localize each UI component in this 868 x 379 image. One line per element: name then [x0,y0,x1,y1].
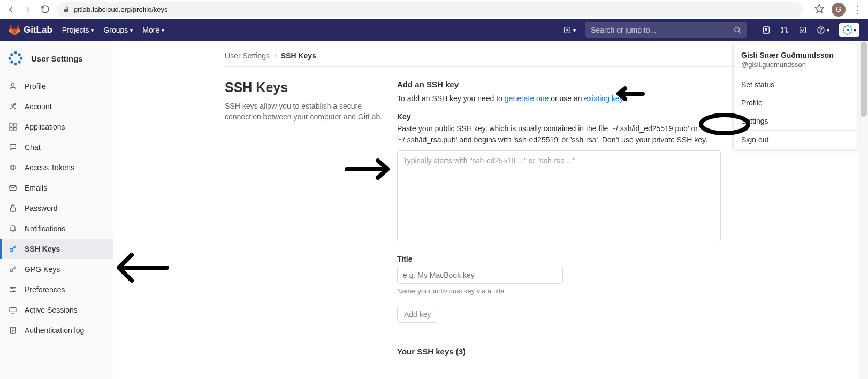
svg-point-31 [10,269,13,271]
lock-icon [63,6,70,13]
bookmark-star-icon[interactable] [814,4,824,15]
merge-requests-icon[interactable] [780,26,789,34]
forward-button[interactable] [22,4,33,15]
plus-icon [564,26,571,34]
sidebar-item-emails[interactable]: Emails [0,178,113,198]
svg-point-19 [11,84,14,86]
sidebar-item-gpg-keys[interactable]: GPG Keys [0,259,113,279]
svg-point-13 [9,57,11,59]
sidebar-item-profile[interactable]: Profile [0,76,113,96]
svg-point-11 [14,51,17,54]
key-textarea[interactable] [397,150,721,241]
lock-icon [9,204,17,213]
sidebar-item-label: Notifications [25,224,65,233]
chevron-down-icon: ▾ [91,27,94,33]
title-hint: Name your individual key via a title [397,287,729,295]
sidebar-item-notifications[interactable]: Notifications [0,218,113,239]
scrollbar[interactable] [859,41,868,379]
search-icon [734,26,742,34]
sidebar-item-preferences[interactable]: Preferences [0,279,113,300]
chat-icon [9,143,17,151]
annotation-circle [699,112,752,138]
svg-point-35 [13,291,15,292]
token-icon [9,163,17,172]
key-help: Paste your public SSH key, which is usua… [397,123,729,145]
add-key-text: To add an SSH key you need to generate o… [397,93,729,104]
issues-icon[interactable] [762,26,771,34]
sidebar: User Settings ProfileAccountApplications… [0,41,113,379]
sidebar-title: User Settings [31,54,83,63]
chevron-down-icon: ▾ [854,27,856,33]
svg-rect-25 [13,127,16,130]
sidebar-item-label: Password [25,204,57,213]
nav-more[interactable]: More▾ [142,26,164,34]
sidebar-item-active-sessions[interactable]: Active Sessions [0,300,113,320]
chevron-down-icon: ▾ [827,27,829,33]
svg-point-5 [782,27,783,29]
svg-point-16 [18,53,20,56]
svg-point-18 [18,60,20,63]
reload-button[interactable] [40,4,50,15]
sidebar-item-access-tokens[interactable]: Access Tokens [0,157,113,178]
sidebar-item-applications[interactable]: Applications [0,117,113,137]
svg-point-27 [12,166,14,170]
apps-icon [9,123,17,131]
browser-menu-icon[interactable]: ⋮ [853,4,863,16]
settings-gear-icon [6,49,25,67]
brand-name: GitLab [24,25,52,35]
menu-set-status[interactable]: Set status [734,75,857,94]
svg-rect-29 [10,208,15,211]
back-button[interactable] [5,4,16,15]
search-placeholder: Search or jump to... [591,26,656,34]
user-icon [9,82,17,90]
gitlab-logo[interactable]: GitLab [9,24,52,36]
search-input[interactable]: Search or jump to... [585,22,747,38]
chevron-down-icon: ▾ [130,27,133,33]
svg-point-30 [10,248,13,251]
svg-point-7 [786,32,788,33]
breadcrumb-current: SSH Keys [281,51,316,60]
svg-rect-36 [10,307,16,312]
sidebar-item-label: Applications [25,123,65,131]
svg-marker-0 [816,5,824,13]
nav-groups[interactable]: Groups▾ [103,26,133,34]
svg-point-2 [735,27,740,32]
sidebar-item-label: SSH Keys [25,245,60,253]
svg-point-26 [10,166,16,170]
address-bar[interactable]: gitlab.fabcloud.org/profile/keys [57,2,803,17]
sidebar-item-label: Access Tokens [25,163,74,172]
sidebar-item-password[interactable]: Password [0,198,113,218]
scrollbar-thumb[interactable] [861,42,867,117]
svg-point-21 [14,104,16,105]
sidebar-header[interactable]: User Settings [0,41,113,76]
svg-point-34 [11,287,13,289]
sidebar-item-authentication-log[interactable]: Authentication log [0,320,113,340]
sidebar-item-label: Profile [25,82,46,90]
url-text: gitlab.fabcloud.org/profile/keys [74,5,168,13]
nav-projects[interactable]: Projects▾ [62,26,94,34]
add-key-button[interactable]: Add key [397,306,438,323]
menu-profile[interactable]: Profile [734,94,857,112]
user-menu-toggle[interactable]: ▾ [839,23,859,37]
sidebar-item-account[interactable]: Account [0,96,113,117]
sidebar-item-chat[interactable]: Chat [0,137,113,157]
sidebar-item-label: Preferences [25,285,65,294]
todos-icon[interactable] [798,26,807,34]
sidebar-item-label: Account [25,102,52,111]
prefs-icon [9,285,17,294]
title-input[interactable] [397,267,563,284]
browser-profile-avatar[interactable]: G [832,3,846,17]
annotation-arrow [112,246,171,291]
chevron-down-icon: ▾ [573,27,576,33]
add-key-heading: Add an SSH key [397,80,729,89]
key-icon [9,245,17,253]
generate-one-link[interactable]: generate one [505,94,549,103]
title-label: Title [397,255,729,263]
sidebar-item-ssh-keys[interactable]: SSH Keys [0,239,113,259]
gitlab-topnav: GitLab Projects▾ Groups▾ More▾ ▾ Search … [0,19,868,41]
new-dropdown[interactable]: ▾ [564,26,576,34]
help-icon[interactable]: ▾ [817,26,829,34]
user-handle: @gisli.gudmundsson [741,60,849,69]
breadcrumb-parent[interactable]: User Settings [225,51,270,60]
section-title: SSH Keys [225,80,385,95]
